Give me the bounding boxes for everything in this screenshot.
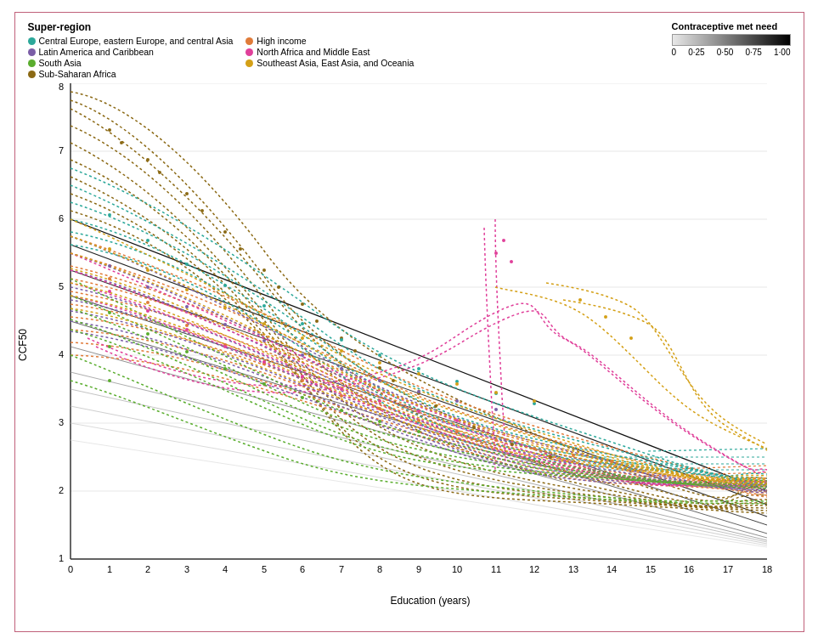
x-tick-11: 11 xyxy=(490,564,500,574)
svg-point-26 xyxy=(301,379,304,382)
legend-item-latin-america: Latin America and Caribbean xyxy=(28,47,234,57)
svg-point-88 xyxy=(185,305,189,308)
svg-point-61 xyxy=(146,332,149,336)
svg-point-22 xyxy=(146,301,149,304)
svg-point-51 xyxy=(262,360,266,364)
x-tick-6: 6 xyxy=(299,564,304,574)
svg-point-14 xyxy=(315,319,319,323)
svg-point-16 xyxy=(392,379,395,382)
svg-point-41 xyxy=(340,338,343,342)
svg-point-19 xyxy=(511,443,514,446)
contraceptive-title: Contraceptive met need xyxy=(672,21,791,31)
x-tick-10: 10 xyxy=(451,564,461,574)
svg-point-3 xyxy=(223,230,227,234)
svg-point-53 xyxy=(340,387,343,391)
y-tick-4: 4 xyxy=(58,349,63,359)
y-axis-label: CCF50 xyxy=(17,329,29,361)
legend-label-latin-america: Latin America and Caribbean xyxy=(39,47,154,57)
legend-item-sub-saharan: Sub-Saharan Africa xyxy=(28,69,234,79)
svg-point-78 xyxy=(378,361,381,364)
y-tick-7: 7 xyxy=(58,145,63,155)
svg-point-29 xyxy=(417,419,420,422)
svg-point-68 xyxy=(417,430,420,433)
gradient-labels: 0 0·25 0·50 0·75 1·00 xyxy=(672,48,791,57)
legend-dot-north-africa xyxy=(245,48,253,56)
legend-label-south-asia: South Asia xyxy=(39,58,82,68)
svg-point-1 xyxy=(146,158,149,161)
legend-label-southeast-asia: Southeast Asia, East Asia, and Oceania xyxy=(257,58,414,68)
svg-point-95 xyxy=(455,399,459,403)
svg-point-90 xyxy=(262,339,266,342)
svg-point-65 xyxy=(301,396,304,399)
svg-point-93 xyxy=(378,379,381,382)
legend-dot-southeast-asia xyxy=(245,59,253,67)
svg-point-73 xyxy=(185,288,189,291)
svg-point-67 xyxy=(378,420,381,423)
top-section: Super-region Central Europe, eastern Eur… xyxy=(28,21,791,79)
legend-label-high-income: High income xyxy=(257,36,306,46)
legend-contraceptive: Contraceptive met need 0 0·25 0·50 0·75 … xyxy=(672,21,791,57)
svg-point-7 xyxy=(378,366,381,370)
y-tick-3: 3 xyxy=(58,417,63,427)
svg-point-59 xyxy=(510,260,513,263)
gradient-label-050: 0·50 xyxy=(717,48,733,57)
x-tick-17: 17 xyxy=(722,564,732,574)
chart-bg xyxy=(71,83,767,559)
svg-point-17 xyxy=(434,404,437,408)
svg-point-63 xyxy=(223,367,227,370)
svg-point-91 xyxy=(301,353,304,357)
y-tick-5: 5 xyxy=(58,281,63,291)
legend-items: Central Europe, eastern Europe, and cent… xyxy=(28,36,415,79)
svg-point-49 xyxy=(185,328,189,331)
svg-point-69 xyxy=(108,345,111,348)
x-tick-16: 16 xyxy=(683,564,693,574)
svg-point-5 xyxy=(301,302,304,306)
legend-label-north-africa: North Africa and Middle East xyxy=(257,47,370,57)
svg-point-56 xyxy=(455,419,459,422)
gradient-label-025: 0·25 xyxy=(688,48,704,57)
svg-point-72 xyxy=(146,268,149,272)
y-tick-8: 8 xyxy=(58,83,63,92)
svg-point-21 xyxy=(108,277,111,280)
legend-dot-central-europe xyxy=(28,37,36,45)
legend-dot-south-asia xyxy=(28,59,36,67)
legend-item-central-europe: Central Europe, eastern Europe, and cent… xyxy=(28,36,234,46)
svg-point-87 xyxy=(146,285,149,289)
svg-point-57 xyxy=(494,251,498,255)
x-tick-12: 12 xyxy=(528,564,539,574)
legend-superregion: Super-region Central Europe, eastern Eur… xyxy=(28,21,415,79)
superregion-title: Super-region xyxy=(28,21,415,33)
svg-point-70 xyxy=(108,379,111,382)
svg-point-74 xyxy=(223,306,227,309)
chart-container: Super-region Central Europe, eastern Eur… xyxy=(14,12,804,632)
svg-point-32 xyxy=(533,447,536,450)
svg-point-83 xyxy=(578,298,582,302)
svg-point-0 xyxy=(108,128,111,132)
legend-label-central-europe: Central Europe, eastern Europe, and cent… xyxy=(39,36,234,46)
y-tick-1: 1 xyxy=(58,553,63,563)
svg-point-96 xyxy=(494,408,498,411)
svg-point-85 xyxy=(629,336,633,340)
legend-dot-latin-america xyxy=(28,48,36,56)
chart-svg: 1 2 3 4 5 6 7 8 0 1 2 3 4 5 6 7 8 9 10 1… xyxy=(37,83,776,593)
svg-point-48 xyxy=(146,309,149,313)
svg-point-33 xyxy=(572,454,575,457)
x-tick-2: 2 xyxy=(144,564,149,574)
x-axis-label: Education (years) xyxy=(71,595,791,607)
svg-point-13 xyxy=(277,285,280,289)
legend-label-sub-saharan: Sub-Saharan Africa xyxy=(39,69,116,79)
svg-point-81 xyxy=(494,391,498,394)
x-tick-3: 3 xyxy=(183,564,189,574)
svg-point-92 xyxy=(340,367,343,370)
svg-point-54 xyxy=(378,399,381,403)
svg-point-27 xyxy=(340,394,343,398)
x-tick-7: 7 xyxy=(338,564,343,574)
svg-point-12 xyxy=(239,247,242,251)
svg-point-55 xyxy=(417,410,420,413)
svg-point-60 xyxy=(108,311,111,314)
svg-point-10 xyxy=(158,171,161,174)
svg-point-47 xyxy=(108,290,111,293)
svg-point-36 xyxy=(146,239,149,242)
svg-point-64 xyxy=(262,382,266,386)
legend-dot-high-income xyxy=(245,37,253,45)
